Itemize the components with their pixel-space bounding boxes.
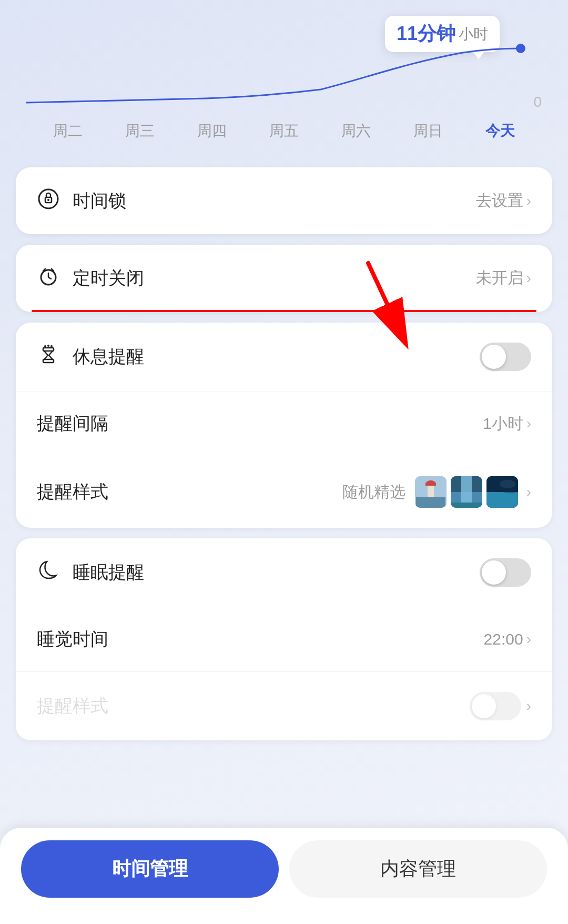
timed-off-chevron: › xyxy=(526,270,531,287)
reminder-interval-chevron: › xyxy=(526,415,531,432)
reminder-interval-value[interactable]: 1小时 › xyxy=(483,413,531,435)
svg-point-9 xyxy=(44,345,46,347)
reminder-interval-row[interactable]: 提醒间隔 1小时 › xyxy=(16,391,552,456)
chart-svg xyxy=(26,42,542,111)
rest-reminder-icon xyxy=(37,344,60,370)
top-section: 11分钟 小时 0 周二 周三 周四 周五 周六 周日 今天 xyxy=(0,0,568,167)
rest-reminder-toggle[interactable] xyxy=(480,343,531,371)
sleep-time-value[interactable]: 22:00 › xyxy=(484,630,531,648)
sleep-reminder-card: 睡眠提醒 睡觉时间 22:00 › 提醒样式 › xyxy=(16,538,552,740)
sleep-reminder-icon xyxy=(37,559,60,586)
days-row: 周二 周三 周四 周五 周六 周日 今天 xyxy=(26,116,542,157)
time-lock-icon xyxy=(37,187,60,214)
svg-point-10 xyxy=(47,345,49,347)
timed-off-icon xyxy=(37,265,60,292)
tooltip-unit: 小时 xyxy=(459,24,488,44)
sleep-time-row[interactable]: 睡觉时间 22:00 › xyxy=(16,607,552,672)
day-sat[interactable]: 周六 xyxy=(341,121,371,141)
style-thumbnails xyxy=(415,476,518,508)
bottom-nav: 时间管理 内容管理 xyxy=(0,828,568,924)
time-lock-label: 时间锁 xyxy=(73,189,476,213)
rest-reminder-label: 休息提醒 xyxy=(73,345,480,369)
time-lock-card: 时间锁 去设置 › xyxy=(16,167,552,234)
style-thumb-3 xyxy=(486,476,518,508)
partial-label: 提醒样式 xyxy=(37,694,470,718)
style-thumb-2 xyxy=(451,476,482,508)
rest-reminder-card: 休息提醒 提醒间隔 1小时 › 提醒样式 随机精选 xyxy=(16,323,552,528)
sleep-reminder-toggle[interactable] xyxy=(480,558,531,587)
red-underline-annotation xyxy=(32,310,536,312)
reminder-style-chevron: › xyxy=(526,484,531,500)
svg-rect-20 xyxy=(451,503,482,508)
reminder-style-label: 提醒样式 xyxy=(37,480,342,504)
sleep-time-chevron: › xyxy=(526,631,531,648)
content-management-button[interactable]: 内容管理 xyxy=(289,840,547,898)
svg-point-24 xyxy=(500,480,515,488)
partial-toggle xyxy=(470,692,521,720)
svg-rect-7 xyxy=(43,348,54,351)
day-fri[interactable]: 周五 xyxy=(269,121,299,141)
svg-rect-17 xyxy=(416,497,445,508)
day-sun[interactable]: 周日 xyxy=(413,121,443,141)
timed-off-card: 定时关闭 未开启 › xyxy=(16,245,552,312)
reminder-style-value[interactable]: 随机精选 xyxy=(342,476,531,508)
timed-off-row[interactable]: 定时关闭 未开启 › xyxy=(16,245,552,312)
sleep-partial-row: 提醒样式 › xyxy=(16,672,552,740)
time-management-button[interactable]: 时间管理 xyxy=(21,840,279,898)
svg-point-0 xyxy=(516,44,525,53)
reminder-style-row[interactable]: 提醒样式 随机精选 xyxy=(16,456,552,528)
style-thumb-1 xyxy=(415,476,447,508)
timed-off-value[interactable]: 未开启 › xyxy=(476,267,531,289)
sleep-time-label: 睡觉时间 xyxy=(37,627,484,651)
day-thu[interactable]: 周四 xyxy=(197,121,227,141)
svg-point-3 xyxy=(47,199,49,201)
day-tue[interactable]: 周二 xyxy=(53,121,83,141)
time-lock-value[interactable]: 去设置 › xyxy=(476,190,531,212)
reminder-interval-label: 提醒间隔 xyxy=(37,411,483,436)
svg-rect-8 xyxy=(43,359,54,363)
sleep-reminder-label: 睡眠提醒 xyxy=(73,560,480,585)
day-wed[interactable]: 周三 xyxy=(125,121,155,141)
usage-chart: 0 xyxy=(26,42,542,111)
time-lock-chevron: › xyxy=(526,193,531,209)
svg-point-11 xyxy=(50,345,53,347)
timed-off-label: 定时关闭 xyxy=(73,266,476,290)
time-lock-row[interactable]: 时间锁 去设置 › xyxy=(16,167,552,234)
day-today[interactable]: 今天 xyxy=(485,121,515,141)
rest-reminder-row[interactable]: 休息提醒 xyxy=(16,323,552,391)
svg-point-16 xyxy=(427,480,435,485)
partial-chevron: › xyxy=(526,698,531,715)
sleep-reminder-row[interactable]: 睡眠提醒 xyxy=(16,538,552,607)
chart-zero-label: 0 xyxy=(533,94,542,111)
